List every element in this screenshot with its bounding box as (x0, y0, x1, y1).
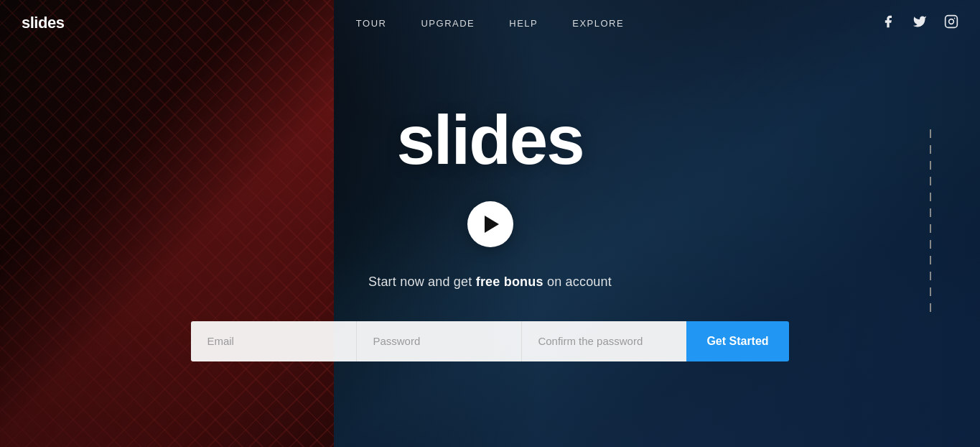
navbar: slides TOUR UPGRADE HELP EXPLORE (0, 0, 980, 46)
confirm-password-input[interactable] (521, 321, 686, 361)
twitter-icon[interactable] (913, 14, 927, 32)
nav-links: TOUR UPGRADE HELP EXPLORE (356, 18, 624, 29)
site-logo: slides (22, 14, 64, 32)
tagline-suffix: on account (543, 275, 612, 289)
svg-point-1 (949, 19, 954, 24)
email-input[interactable] (191, 321, 356, 361)
svg-rect-0 (946, 15, 958, 27)
svg-point-2 (954, 17, 956, 19)
facebook-icon[interactable] (881, 14, 895, 32)
password-input[interactable] (356, 321, 521, 361)
hero-content: slides Start now and get free bonus on a… (0, 0, 980, 447)
tagline-prefix: Start now and get (368, 275, 476, 289)
play-button[interactable] (467, 201, 513, 247)
play-icon (485, 216, 499, 233)
instagram-icon[interactable] (944, 14, 958, 32)
nav-help[interactable]: HELP (509, 18, 538, 29)
get-started-button[interactable]: Get Started (686, 321, 788, 361)
nav-tour[interactable]: TOUR (356, 18, 387, 29)
nav-upgrade[interactable]: UPGRADE (421, 18, 475, 29)
social-links (881, 14, 958, 32)
tagline: Start now and get free bonus on account (368, 275, 612, 290)
nav-explore[interactable]: EXPLORE (572, 18, 624, 29)
hero-title: slides (396, 101, 583, 180)
tagline-bold: free bonus (476, 275, 543, 289)
hero-section: slides TOUR UPGRADE HELP EXPLORE slides … (0, 0, 980, 447)
signup-form: Get Started (191, 321, 788, 361)
